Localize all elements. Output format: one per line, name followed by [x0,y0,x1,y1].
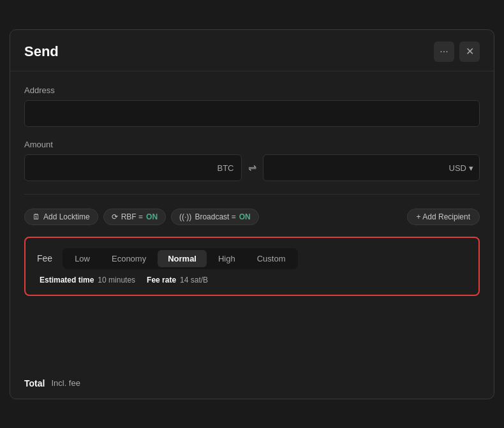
btc-input-wrap: BTC [24,154,242,181]
fee-tab-custom[interactable]: Custom [247,250,296,267]
total-label: Total [24,378,45,388]
fee-label: Fee [37,253,52,263]
amount-field-group: Amount BTC ⇌ USD ▾ [24,140,480,181]
address-field-group: Address [24,85,480,127]
fee-tab-normal[interactable]: Normal [158,250,207,267]
fee-rate-label: Fee rate [147,276,176,284]
header-actions: ··· ✕ [434,41,480,62]
add-locktime-button[interactable]: 🗓 Add Locktime [24,209,98,225]
modal-title: Send [24,43,59,60]
chevron-down-icon: ▾ [469,163,473,172]
rbf-status: ON [146,212,158,221]
usd-currency-label: USD [449,163,466,172]
total-value: Incl. fee [51,378,80,388]
btc-currency-label: BTC [218,163,234,172]
send-modal: Send ··· ✕ Address Amount BTC ⇌ [10,29,494,399]
usd-input[interactable] [263,154,480,181]
usd-currency-wrap[interactable]: USD ▾ [449,163,473,172]
usd-input-wrap: USD ▾ [263,154,480,181]
fee-tab-low[interactable]: Low [64,250,100,267]
fee-section: Fee Low Economy Normal High Custom Estim… [24,237,480,296]
fee-rate-value: 14 sat/B [180,276,208,284]
fee-tab-economy[interactable]: Economy [101,250,156,267]
rbf-label: RBF = [121,212,143,221]
amount-row: BTC ⇌ USD ▾ [24,154,480,181]
estimated-time-label: Estimated time [40,276,94,284]
modal-header: Send ··· ✕ [10,30,494,71]
broadcast-status: ON [239,212,251,221]
add-locktime-label: Add Locktime [43,212,90,221]
broadcast-button[interactable]: ((·)) Broadcast = ON [171,209,259,225]
more-options-button[interactable]: ··· [434,41,454,62]
rbf-button[interactable]: ⟳ RBF = ON [103,209,166,225]
toolbar-row: 🗓 Add Locktime ⟳ RBF = ON ((·)) Broadcas… [24,201,480,233]
estimated-time-value: 10 minutes [98,276,135,284]
amount-label: Amount [24,140,480,149]
rbf-icon: ⟳ [112,212,118,221]
fee-info-row: Estimated time 10 minutes Fee rate 14 sa… [37,276,467,284]
swap-icon[interactable]: ⇌ [248,161,256,173]
add-recipient-button[interactable]: + Add Recipient [407,209,480,225]
total-row: Total Incl. fee [10,368,494,399]
divider [24,194,480,195]
locktime-icon: 🗓 [33,212,40,221]
address-label: Address [24,85,480,95]
address-input[interactable] [24,100,480,127]
modal-body: Address Amount BTC ⇌ USD ▾ [10,71,494,368]
fee-tabs: Low Economy Normal High Custom [63,248,297,269]
broadcast-label: Broadcast = [195,212,235,221]
broadcast-icon: ((·)) [179,212,191,221]
fee-row: Fee Low Economy Normal High Custom [37,248,467,269]
close-button[interactable]: ✕ [459,41,480,62]
toolbar-left: 🗓 Add Locktime ⟳ RBF = ON ((·)) Broadcas… [24,209,259,225]
btc-input[interactable] [24,154,242,181]
fee-tab-high[interactable]: High [208,250,246,267]
